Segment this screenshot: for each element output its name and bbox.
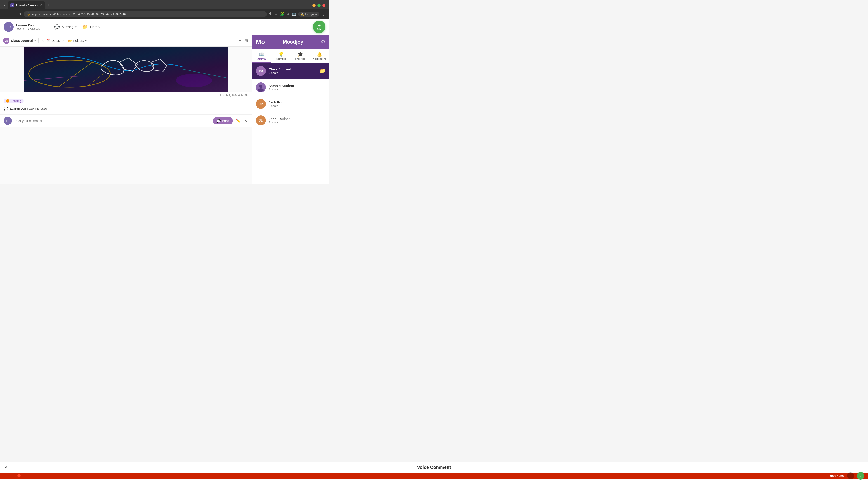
messages-link[interactable]: 💬 Messages xyxy=(54,24,77,30)
filter-button[interactable]: ≡ xyxy=(238,37,242,44)
post-comment: 💬 Lauren Deli I saw this lesson. xyxy=(4,105,248,112)
class-journal-info: Class Journal 3 posts xyxy=(269,67,291,74)
download-icon[interactable]: ⬇ xyxy=(287,12,289,16)
svg-text:LD: LD xyxy=(6,120,9,123)
journal-selector[interactable]: Mo Class Journal ▾ xyxy=(3,37,36,44)
microphone-icon[interactable]: 🎙 xyxy=(269,12,272,16)
minimize-button[interactable] xyxy=(312,4,315,7)
notifications-tab-label: Notifications xyxy=(313,57,327,60)
bookmark-icon[interactable]: ☆ xyxy=(274,12,278,16)
next-button[interactable]: › xyxy=(61,38,64,43)
tab-journal[interactable]: 📖 Journal xyxy=(252,49,272,63)
post-date: March 4, 2024 6:34 PM xyxy=(4,94,248,97)
notifications-tab-icon: 🔔 xyxy=(317,52,322,57)
journal-toolbar: Mo Class Journal ▾ ‹ 📅 Dates › 📂 Folders… xyxy=(0,35,252,46)
gear-icon[interactable]: ⚙ xyxy=(321,39,326,45)
grid-view-button[interactable]: ⊞ xyxy=(244,37,249,44)
extensions-icon[interactable]: 🧩 xyxy=(280,12,284,16)
library-label: Library xyxy=(90,25,100,29)
url-bar[interactable]: 🔒 app.seesaw.me/#/class/class.e01bf4c2-9… xyxy=(24,11,267,17)
jack-pot-name: Jack Pot xyxy=(269,100,283,104)
tab-list-button[interactable]: ▼ xyxy=(2,2,7,8)
avatar: LD xyxy=(4,22,13,32)
user-info: LD Lauren Deli Teacher - 2 Classes xyxy=(4,22,49,32)
tag-label: Drawing xyxy=(10,99,21,103)
sample-student-avatar-img xyxy=(256,83,266,92)
class-journal-name: Class Journal xyxy=(269,67,291,71)
tab-title: Journal - Seesaw xyxy=(16,4,38,7)
messages-label: Messages xyxy=(62,25,77,29)
folders-button[interactable]: 📂 Folders ▾ xyxy=(68,39,87,42)
prev-button[interactable]: ‹ xyxy=(41,38,44,43)
menu-button[interactable]: ⋮ xyxy=(321,11,327,17)
svg-point-10 xyxy=(259,85,262,88)
folder-icon: 📂 xyxy=(68,39,72,42)
class-journal-posts: 3 posts xyxy=(269,71,291,74)
sample-student-avatar xyxy=(256,83,266,92)
lock-icon: 🔒 xyxy=(27,12,30,15)
sidebar-item-class-journal[interactable]: Mo Class Journal 3 posts 📁 xyxy=(252,63,329,79)
activities-tab-icon: 💡 xyxy=(278,52,284,57)
close-window-button[interactable] xyxy=(322,4,326,7)
device-icon[interactable]: 💻 xyxy=(292,12,296,16)
library-link[interactable]: 📁 Library xyxy=(83,24,100,30)
sample-student-info: Sample Student 3 posts xyxy=(269,84,294,91)
incognito-label: Incognito xyxy=(305,12,317,16)
john-louises-name: John Louises xyxy=(269,117,290,121)
maximize-button[interactable] xyxy=(317,4,320,7)
refresh-button[interactable]: ↻ xyxy=(17,11,22,17)
user-role: Teacher - 2 Classes xyxy=(16,27,40,30)
activities-tab-label: Activities xyxy=(276,57,286,60)
jack-pot-info: Jack Pot 2 posts xyxy=(269,100,283,107)
comment-text: I saw this lesson. xyxy=(27,107,49,110)
progress-tab-icon: 🎓 xyxy=(298,52,303,57)
tab-favicon: S xyxy=(10,3,14,7)
post-button[interactable]: 💬 Post xyxy=(213,117,233,125)
sidebar-item-jack-pot[interactable]: JP Jack Pot 2 posts xyxy=(252,96,329,112)
journal-label: Class Journal xyxy=(11,39,33,42)
left-panel: Mo Class Journal ▾ ‹ 📅 Dates › 📂 Folders… xyxy=(0,35,252,184)
user-name: Lauren Deli xyxy=(16,23,40,27)
url-text: app.seesaw.me/#/class/class.e01bf4c2-9a2… xyxy=(32,12,126,16)
svg-point-11 xyxy=(258,88,264,92)
top-nav: LD Lauren Deli Teacher - 2 Classes 💬 Mes… xyxy=(0,19,329,35)
feed-area: March 4, 2024 6:34 PM 🟠 Drawing 💬 Lauren… xyxy=(0,46,252,184)
post-tag: 🟠 Drawing xyxy=(4,98,24,103)
dates-button[interactable]: 📅 Dates xyxy=(46,39,60,42)
post-btn-label: Post xyxy=(222,119,229,123)
sidebar-item-john-louises[interactable]: JL John Louises 2 posts xyxy=(252,112,329,129)
back-button[interactable]: ← xyxy=(3,11,8,17)
address-bar: ← → ↻ 🔒 app.seesaw.me/#/class/class.e01b… xyxy=(0,9,329,19)
tab-activities[interactable]: 💡 Activities xyxy=(272,49,291,63)
chevron-down-icon: ▾ xyxy=(34,39,36,42)
john-louises-posts: 2 posts xyxy=(269,121,290,124)
john-louises-info: John Louises 2 posts xyxy=(269,117,290,124)
post-btn-icon: 💬 xyxy=(217,119,221,123)
comment-input[interactable] xyxy=(13,118,211,124)
progress-tab-label: Progress xyxy=(295,57,305,60)
commenter-avatar: LD xyxy=(4,117,12,125)
post-image xyxy=(0,46,252,92)
journal-tab-label: Journal xyxy=(257,57,267,60)
main-content: Mo Class Journal ▾ ‹ 📅 Dates › 📂 Folders… xyxy=(0,35,329,184)
forward-button[interactable]: → xyxy=(10,11,16,17)
comment-icon: 💬 xyxy=(4,106,8,111)
folders-chevron-icon: ▾ xyxy=(85,39,87,42)
new-tab-button[interactable]: + xyxy=(46,2,52,8)
sidebar-mo-label: Mo xyxy=(256,38,265,46)
tab-progress[interactable]: 🎓 Progress xyxy=(291,49,310,63)
comment-input-row: LD 💬 Post ✏️ ✕ xyxy=(0,114,252,127)
pencil-button[interactable]: ✏️ xyxy=(235,118,241,124)
tab-notifications[interactable]: 🔔 Notifications xyxy=(310,49,329,63)
close-comment-button[interactable]: ✕ xyxy=(243,118,248,124)
toolbar-right: ≡ ⊞ xyxy=(238,37,249,44)
library-icon: 📁 xyxy=(83,24,88,30)
tab-close-button[interactable]: ✕ xyxy=(39,3,42,7)
sidebar-item-sample-student[interactable]: Sample Student 3 posts xyxy=(252,79,329,96)
incognito-icon: 🕵 xyxy=(301,12,304,16)
add-button[interactable]: + Add xyxy=(313,21,326,33)
jack-pot-posts: 2 posts xyxy=(269,104,283,107)
active-tab[interactable]: S Journal - Seesaw ✕ xyxy=(8,1,45,9)
add-icon: + xyxy=(318,23,321,28)
add-label: Add xyxy=(317,28,321,31)
